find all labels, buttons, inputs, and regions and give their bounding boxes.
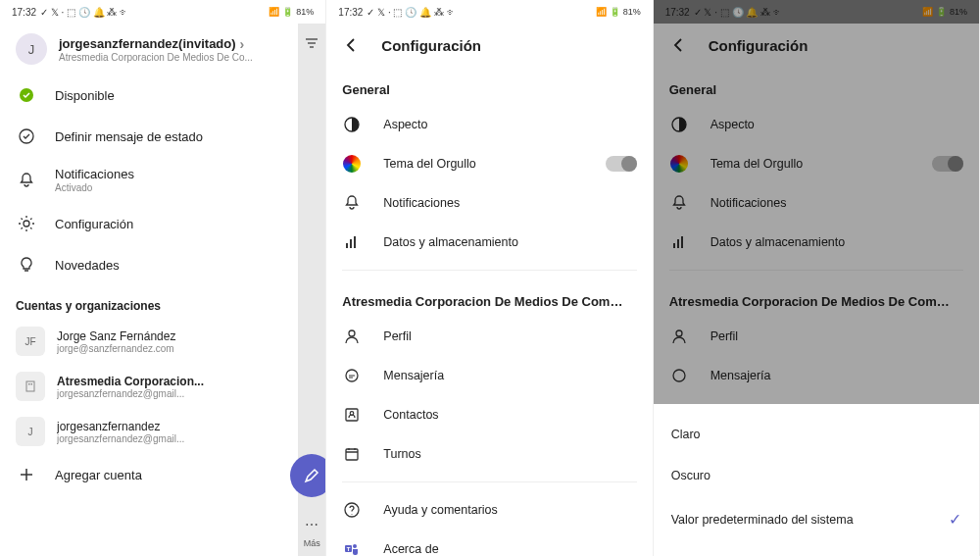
svg-point-1 bbox=[20, 129, 33, 143]
svg-rect-20 bbox=[673, 243, 675, 248]
svg-point-18 bbox=[353, 544, 357, 548]
svg-point-10 bbox=[349, 330, 355, 336]
svg-rect-8 bbox=[350, 239, 352, 248]
about-item[interactable]: T Acerca de bbox=[326, 530, 652, 556]
pride-icon bbox=[342, 154, 362, 174]
status-bar: 17:32 ✓ 𝕏 · ⬚ 🕓 🔔 ⁂ ᯤ 📶🔋81% bbox=[0, 0, 325, 24]
screen-profile-menu: 17:32 ✓ 𝕏 · ⬚ 🕓 🔔 ⁂ ᯤ 📶🔋81% J jorgesanzf… bbox=[0, 0, 326, 556]
profile-item[interactable]: Perfil bbox=[326, 317, 652, 356]
background-app-sliver: ⋯ Más bbox=[298, 24, 325, 556]
svg-rect-9 bbox=[354, 236, 356, 248]
edit-icon bbox=[16, 126, 37, 147]
back-icon[interactable] bbox=[669, 35, 689, 55]
set-status-message[interactable]: Definir mensaje de estado bbox=[0, 116, 325, 157]
data-icon bbox=[342, 232, 362, 252]
compose-fab[interactable] bbox=[290, 454, 326, 497]
lightbulb-icon bbox=[16, 254, 37, 276]
pride-theme-item[interactable]: Tema del Orgullo bbox=[326, 144, 652, 183]
status-bar: 17:32 ✓ 𝕏 · ⬚ 🕓 🔔 ⁂ ᯤ 📶🔋81% bbox=[654, 0, 979, 24]
theme-bottom-sheet: Claro Oscuro Valor predeterminado del si… bbox=[654, 404, 979, 556]
profile-header[interactable]: J jorgesanzfernandez(invitado) › Atresme… bbox=[0, 24, 325, 75]
help-item[interactable]: Ayuda y comentarios bbox=[326, 490, 652, 530]
section-org: Atresmedia Corporacion De Medios De Com… bbox=[326, 278, 652, 317]
building-icon bbox=[16, 372, 45, 401]
teams-icon: T bbox=[342, 539, 362, 556]
section-general: General bbox=[326, 67, 652, 105]
shifts-item[interactable]: Turnos bbox=[326, 434, 652, 474]
data-storage-item[interactable]: Datos y almacenamiento bbox=[326, 223, 652, 262]
chat-icon bbox=[669, 366, 689, 385]
accounts-header: Cuentas y organizaciones bbox=[0, 285, 325, 319]
contrast-icon bbox=[669, 115, 689, 134]
back-icon[interactable] bbox=[342, 35, 362, 55]
account-item[interactable]: JF Jorge Sanz Fernández jorge@sanzfernan… bbox=[0, 319, 325, 364]
theme-option-system[interactable]: Valor predeterminado del sistema ✓ bbox=[654, 496, 979, 542]
bell-icon bbox=[669, 193, 689, 213]
contrast-icon bbox=[342, 115, 362, 134]
pride-toggle[interactable] bbox=[606, 156, 637, 172]
person-icon bbox=[342, 327, 362, 346]
svg-rect-3 bbox=[26, 381, 34, 391]
bell-icon bbox=[342, 193, 362, 213]
chevron-right-icon: › bbox=[240, 36, 245, 52]
help-icon bbox=[342, 500, 362, 520]
theme-option-light[interactable]: Claro bbox=[654, 414, 979, 455]
plus-icon bbox=[16, 464, 37, 485]
person-icon bbox=[669, 327, 689, 346]
svg-point-23 bbox=[676, 330, 682, 336]
pride-icon bbox=[669, 154, 689, 174]
messaging-item[interactable]: Mensajería bbox=[326, 356, 652, 395]
data-icon bbox=[669, 232, 689, 252]
svg-point-2 bbox=[24, 221, 29, 227]
account-item[interactable]: J jorgesanzfernandez jorgesanzfernandez@… bbox=[0, 409, 325, 454]
svg-text:T: T bbox=[347, 546, 351, 552]
add-account[interactable]: Agregar cuenta bbox=[0, 454, 325, 495]
screen-theme-sheet: 17:32 ✓ 𝕏 · ⬚ 🕓 🔔 ⁂ ᯤ 📶🔋81% Configuració… bbox=[654, 0, 980, 556]
appearance-item[interactable]: Aspecto bbox=[326, 105, 652, 144]
settings-header: Configuración bbox=[654, 24, 979, 67]
svg-rect-22 bbox=[681, 236, 683, 248]
theme-option-dark[interactable]: Oscuro bbox=[654, 455, 979, 496]
gear-icon bbox=[16, 213, 37, 234]
chat-icon bbox=[342, 366, 362, 385]
calendar-icon bbox=[342, 444, 362, 464]
account-item[interactable]: Atresmedia Corporacion... jorgesanzferna… bbox=[0, 364, 325, 409]
svg-rect-5 bbox=[31, 383, 33, 385]
bell-icon bbox=[16, 170, 37, 191]
more-icon[interactable]: ⋯ bbox=[305, 517, 318, 532]
screen-settings: 17:32 ✓ 𝕏 · ⬚ 🕓 🔔 ⁂ ᯤ 📶🔋81% Configuració… bbox=[326, 0, 653, 556]
svg-rect-7 bbox=[346, 243, 348, 248]
svg-rect-21 bbox=[677, 239, 679, 248]
status-bar: 17:32 ✓ 𝕏 · ⬚ 🕓 🔔 ⁂ ᯤ 📶🔋81% bbox=[326, 0, 652, 24]
contacts-item[interactable]: Contactos bbox=[326, 395, 652, 434]
settings-header: Configuración bbox=[326, 24, 652, 67]
svg-rect-4 bbox=[28, 383, 30, 385]
filter-icon[interactable] bbox=[304, 35, 319, 51]
notifications-item[interactable]: Notificaciones Activado bbox=[0, 157, 325, 203]
check-icon: ✓ bbox=[949, 510, 961, 529]
status-available[interactable]: Disponible bbox=[0, 75, 325, 116]
news-item[interactable]: Novedades bbox=[0, 244, 325, 285]
svg-point-24 bbox=[673, 370, 685, 381]
available-icon bbox=[16, 84, 37, 106]
notifications-settings-item[interactable]: Notificaciones bbox=[326, 183, 652, 223]
contacts-icon bbox=[342, 405, 362, 425]
pride-toggle[interactable] bbox=[932, 156, 963, 172]
svg-rect-14 bbox=[346, 449, 358, 460]
avatar: J bbox=[16, 33, 47, 65]
settings-item[interactable]: Configuración bbox=[0, 203, 325, 244]
